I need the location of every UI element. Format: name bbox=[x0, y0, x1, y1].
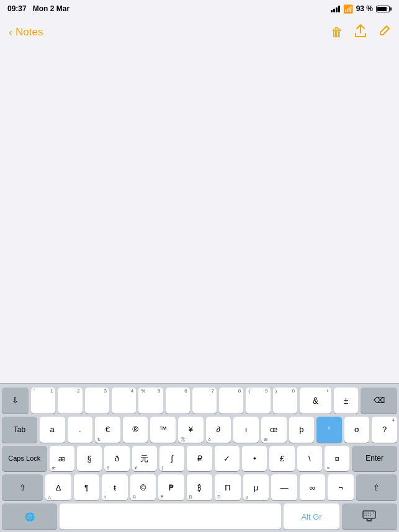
key-question[interactable]: 4 ? bbox=[372, 417, 397, 443]
key-trademark[interactable]: ™ bbox=[150, 417, 176, 443]
key-pound[interactable]: £ bbox=[269, 446, 294, 472]
key-down-arrow[interactable]: ⇩ bbox=[2, 388, 29, 414]
keyboard-row-1: ⇩ ` 1 2 3 4 % 5 6 7 8 ( 9 bbox=[2, 388, 397, 414]
nav-actions: 🗑 bbox=[331, 24, 390, 41]
back-label: Notes bbox=[16, 26, 43, 38]
key-copyright[interactable]: © © bbox=[130, 474, 156, 500]
svg-rect-0 bbox=[363, 511, 375, 518]
key-5[interactable]: % 5 bbox=[138, 388, 163, 414]
status-icons: 📶 93 % bbox=[331, 4, 392, 14]
key-0[interactable]: ) 0 bbox=[273, 388, 297, 414]
key-mu[interactable]: μ μ bbox=[243, 474, 269, 500]
key-backslash[interactable]: \ bbox=[297, 446, 322, 472]
key-oe[interactable]: æ œ bbox=[261, 417, 287, 443]
status-bar: 09:37 Mon 2 Mar 📶 93 % bbox=[0, 0, 399, 17]
status-date: Mon 2 Mar bbox=[33, 4, 69, 13]
key-ampersand[interactable]: + & bbox=[300, 388, 331, 414]
key-infinity[interactable]: ∞ bbox=[300, 474, 325, 500]
status-time: 09:37 bbox=[7, 4, 27, 13]
chevron-left-icon: ‹ bbox=[9, 26, 12, 39]
key-tab[interactable]: Tab bbox=[2, 417, 37, 443]
battery-icon bbox=[376, 6, 392, 12]
key-section[interactable]: § bbox=[77, 446, 102, 472]
key-partial[interactable]: δ ∂ bbox=[206, 417, 231, 443]
key-globe[interactable]: 🌐 bbox=[2, 503, 57, 530]
compose-icon[interactable] bbox=[378, 25, 390, 40]
key-1[interactable]: ` 1 bbox=[31, 388, 55, 414]
key-7[interactable]: 7 bbox=[192, 388, 217, 414]
key-delta[interactable]: △ Δ bbox=[45, 474, 71, 500]
key-thorn[interactable]: þ bbox=[289, 417, 315, 443]
trash-icon[interactable]: 🗑 bbox=[331, 25, 343, 40]
key-eth[interactable]: ð ð bbox=[104, 446, 129, 472]
key-altgr[interactable]: Alt Gr bbox=[284, 503, 339, 530]
key-checkmark[interactable]: ✓ bbox=[215, 446, 240, 472]
key-emdash[interactable]: — bbox=[271, 474, 297, 500]
key-capslock[interactable]: Caps Lock bbox=[2, 446, 47, 472]
key-9[interactable]: ( 9 bbox=[246, 388, 270, 414]
keyboard: ⇩ ` 1 2 3 4 % 5 6 7 8 ( 9 bbox=[0, 383, 399, 532]
key-pilcrow[interactable]: ¶ bbox=[74, 474, 99, 500]
wifi-icon: 📶 bbox=[343, 4, 353, 14]
key-dotless-i[interactable]: ı bbox=[233, 417, 259, 443]
key-degree[interactable]: ° bbox=[316, 417, 342, 443]
key-4[interactable]: 4 bbox=[112, 388, 136, 414]
nav-bar: ‹ Notes 🗑 bbox=[0, 17, 399, 47]
battery-percent: 93 % bbox=[356, 4, 373, 13]
key-currency[interactable]: ¤ ¤ bbox=[325, 446, 349, 472]
key-enter[interactable]: Enter bbox=[352, 446, 397, 472]
key-ruble[interactable]: ₽ bbox=[187, 446, 212, 472]
key-ae[interactable]: æ æ bbox=[50, 446, 74, 472]
keyboard-row-5: 🌐 Alt Gr bbox=[2, 503, 397, 530]
key-integral[interactable]: ∫ ∫ bbox=[159, 446, 184, 472]
key-bullet[interactable]: • bbox=[242, 446, 267, 472]
key-not[interactable]: ¬ bbox=[328, 474, 353, 500]
status-time-date: 09:37 Mon 2 Mar bbox=[7, 4, 69, 13]
key-8[interactable]: 8 bbox=[219, 388, 243, 414]
key-a[interactable]: a bbox=[40, 417, 65, 443]
key-2[interactable]: 2 bbox=[58, 388, 82, 414]
key-sigma[interactable]: σ bbox=[344, 417, 370, 443]
key-shift-left[interactable]: ⇧ bbox=[2, 474, 43, 500]
keyboard-row-2: Tab a . € € ® ™ 元 ¥ δ ∂ ı æ œ bbox=[2, 417, 397, 443]
key-plusminus[interactable]: ± bbox=[334, 388, 358, 414]
key-6[interactable]: 6 bbox=[166, 388, 190, 414]
key-space[interactable] bbox=[60, 503, 281, 530]
key-3[interactable]: 3 bbox=[85, 388, 109, 414]
key-peso[interactable]: ₱ ₱ bbox=[158, 474, 184, 500]
share-icon[interactable] bbox=[354, 24, 367, 41]
note-content-area[interactable] bbox=[0, 47, 399, 383]
signal-icon bbox=[331, 5, 340, 12]
keyboard-row-3: Caps Lock æ æ § ð ð ¥ 元 ∫ ∫ ₽ ✓ • bbox=[2, 446, 397, 472]
key-shift-right[interactable]: ⇧ bbox=[356, 474, 397, 500]
key-yen[interactable]: 元 ¥ bbox=[178, 417, 204, 443]
key-backspace[interactable]: ⌫ bbox=[361, 388, 397, 414]
key-period[interactable]: . bbox=[68, 417, 93, 443]
key-euro[interactable]: € € bbox=[95, 417, 120, 443]
key-yuan[interactable]: ¥ 元 bbox=[132, 446, 157, 472]
keyboard-row-4: ⇧ △ Δ ¶ t ŧ © © ₱ ₱ B ₿ Π Π μ bbox=[2, 474, 397, 500]
key-registered[interactable]: ® bbox=[123, 417, 148, 443]
key-bitcoin[interactable]: B ₿ bbox=[187, 474, 212, 500]
key-pi[interactable]: Π Π bbox=[215, 474, 240, 500]
key-keyboard-hide[interactable] bbox=[342, 503, 397, 530]
key-tbar-t[interactable]: t ŧ bbox=[102, 474, 127, 500]
back-button[interactable]: ‹ Notes bbox=[9, 26, 43, 39]
